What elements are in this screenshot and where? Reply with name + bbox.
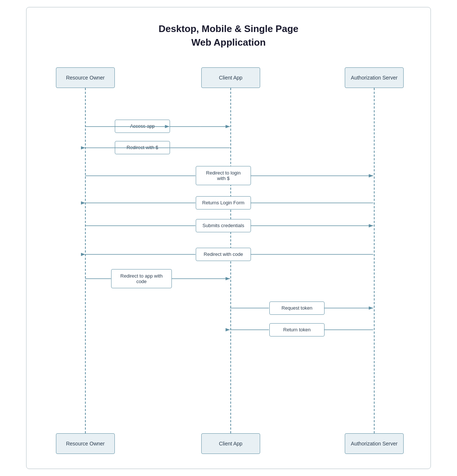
diagram-area: Resource Owner Client App Authorization … (34, 67, 423, 454)
actor-resource-owner-top: Resource Owner (56, 67, 115, 88)
lifeline-resource-owner (85, 88, 86, 433)
diagram-container: Desktop, Mobile & Single Page Web Applic… (26, 7, 431, 469)
actor-auth-server-top: Authorization Server (345, 67, 404, 88)
msg-redirect-with: Redirect with $ (115, 141, 170, 154)
msg-request-token: Request token (269, 302, 325, 315)
actor-client-app-top: Client App (201, 67, 260, 88)
msg-returns-login-form: Returns Login Form (196, 196, 251, 209)
msg-submits-credentials: Submits credentials (196, 219, 251, 232)
msg-redirect-to-app: Redirect to app with code (111, 269, 172, 288)
msg-redirect-to-login: Redirect to login with $ (196, 166, 251, 185)
msg-access-app: Access app (115, 120, 170, 133)
actor-resource-owner-bottom: Resource Owner (56, 433, 115, 454)
lifeline-auth-server (374, 88, 375, 433)
diagram-title: Desktop, Mobile & Single Page Web Applic… (34, 22, 423, 49)
msg-return-token: Return token (269, 323, 325, 336)
msg-redirect-with-code: Redirect with code (196, 248, 251, 261)
actor-client-app-bottom: Client App (201, 433, 260, 454)
actor-auth-server-bottom: Authorization Server (345, 433, 404, 454)
